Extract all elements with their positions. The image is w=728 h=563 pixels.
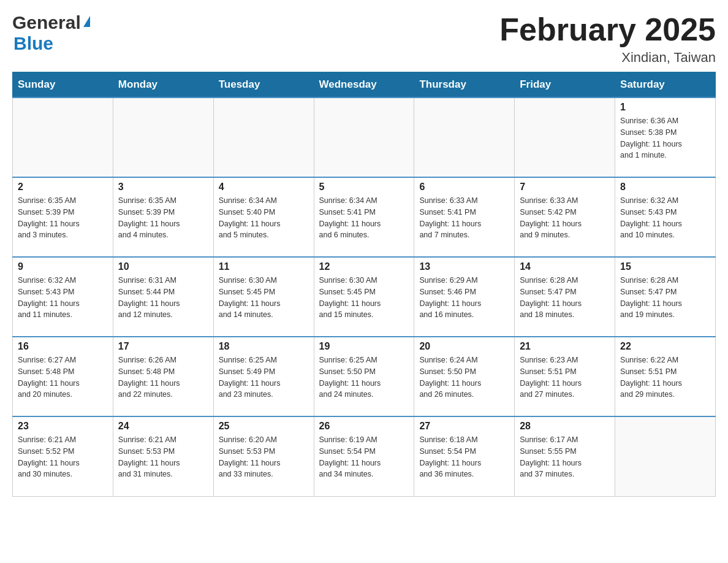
calendar-cell: 7Sunrise: 6:33 AM Sunset: 5:42 PM Daylig… [515,177,615,257]
calendar-cell: 20Sunrise: 6:24 AM Sunset: 5:50 PM Dayli… [414,337,515,416]
calendar-cell: 16Sunrise: 6:27 AM Sunset: 5:48 PM Dayli… [13,337,113,416]
calendar-cell: 24Sunrise: 6:21 AM Sunset: 5:53 PM Dayli… [113,416,213,496]
weekday-header-row: Sunday Monday Tuesday Wednesday Thursday… [13,72,716,98]
calendar-cell: 10Sunrise: 6:31 AM Sunset: 5:44 PM Dayli… [113,257,213,337]
week-row-3: 9Sunrise: 6:32 AM Sunset: 5:43 PM Daylig… [13,257,716,337]
logo-blue: Blue [13,33,53,53]
week-row-1: 1Sunrise: 6:36 AM Sunset: 5:38 PM Daylig… [13,98,716,177]
day-number: 24 [118,421,208,432]
calendar-cell: 9Sunrise: 6:32 AM Sunset: 5:43 PM Daylig… [13,257,113,337]
page-header: General Blue February 2025 Xindian, Taiw… [12,12,716,66]
day-info: Sunrise: 6:35 AM Sunset: 5:39 PM Dayligh… [118,195,208,241]
day-number: 20 [419,341,509,352]
calendar-cell: 23Sunrise: 6:21 AM Sunset: 5:52 PM Dayli… [13,416,113,496]
logo-general: General [12,12,81,33]
calendar-cell: 5Sunrise: 6:34 AM Sunset: 5:41 PM Daylig… [314,177,414,257]
calendar-cell [615,416,716,496]
calendar-cell: 8Sunrise: 6:32 AM Sunset: 5:43 PM Daylig… [615,177,716,257]
day-info: Sunrise: 6:20 AM Sunset: 5:53 PM Dayligh… [219,434,309,480]
day-number: 23 [18,421,108,432]
calendar-cell [113,98,213,177]
calendar-cell: 14Sunrise: 6:28 AM Sunset: 5:47 PM Dayli… [515,257,615,337]
day-number: 11 [219,261,309,272]
header-monday: Monday [113,72,213,98]
logo: General Blue [12,12,90,54]
calendar-cell [414,98,515,177]
day-number: 10 [118,261,208,272]
header-friday: Friday [515,72,615,98]
day-info: Sunrise: 6:27 AM Sunset: 5:48 PM Dayligh… [18,354,108,400]
day-number: 13 [419,261,509,272]
day-number: 3 [118,182,208,193]
header-tuesday: Tuesday [213,72,314,98]
day-info: Sunrise: 6:22 AM Sunset: 5:51 PM Dayligh… [620,354,710,400]
calendar-cell: 13Sunrise: 6:29 AM Sunset: 5:46 PM Dayli… [414,257,515,337]
day-info: Sunrise: 6:19 AM Sunset: 5:54 PM Dayligh… [319,434,409,480]
calendar-cell [515,98,615,177]
day-number: 1 [620,102,710,113]
month-title: February 2025 [499,12,716,47]
day-number: 5 [319,182,409,193]
day-info: Sunrise: 6:34 AM Sunset: 5:40 PM Dayligh… [219,195,309,241]
day-info: Sunrise: 6:26 AM Sunset: 5:48 PM Dayligh… [118,354,208,400]
day-info: Sunrise: 6:32 AM Sunset: 5:43 PM Dayligh… [18,275,108,321]
day-info: Sunrise: 6:30 AM Sunset: 5:45 PM Dayligh… [219,275,309,321]
calendar-cell: 25Sunrise: 6:20 AM Sunset: 5:53 PM Dayli… [213,416,314,496]
day-info: Sunrise: 6:17 AM Sunset: 5:55 PM Dayligh… [520,434,610,480]
day-number: 22 [620,341,710,352]
day-info: Sunrise: 6:21 AM Sunset: 5:53 PM Dayligh… [118,434,208,480]
header-saturday: Saturday [615,72,716,98]
calendar-cell [213,98,314,177]
week-row-4: 16Sunrise: 6:27 AM Sunset: 5:48 PM Dayli… [13,337,716,416]
calendar-cell [13,98,113,177]
calendar-cell: 3Sunrise: 6:35 AM Sunset: 5:39 PM Daylig… [113,177,213,257]
day-number: 6 [419,182,509,193]
calendar-cell: 6Sunrise: 6:33 AM Sunset: 5:41 PM Daylig… [414,177,515,257]
day-number: 17 [118,341,208,352]
day-info: Sunrise: 6:33 AM Sunset: 5:41 PM Dayligh… [419,195,509,241]
header-sunday: Sunday [13,72,113,98]
day-info: Sunrise: 6:28 AM Sunset: 5:47 PM Dayligh… [620,275,710,321]
day-number: 9 [18,261,108,272]
calendar-cell: 28Sunrise: 6:17 AM Sunset: 5:55 PM Dayli… [515,416,615,496]
calendar-cell: 27Sunrise: 6:18 AM Sunset: 5:54 PM Dayli… [414,416,515,496]
day-info: Sunrise: 6:32 AM Sunset: 5:43 PM Dayligh… [620,195,710,241]
calendar-table: Sunday Monday Tuesday Wednesday Thursday… [12,72,716,497]
calendar-cell: 4Sunrise: 6:34 AM Sunset: 5:40 PM Daylig… [213,177,314,257]
day-info: Sunrise: 6:18 AM Sunset: 5:54 PM Dayligh… [419,434,509,480]
day-info: Sunrise: 6:34 AM Sunset: 5:41 PM Dayligh… [319,195,409,241]
day-number: 4 [219,182,309,193]
day-number: 21 [520,341,610,352]
day-number: 8 [620,182,710,193]
title-block: February 2025 Xindian, Taiwan [499,12,716,66]
day-info: Sunrise: 6:35 AM Sunset: 5:39 PM Dayligh… [18,195,108,241]
logo-triangle-icon [83,16,90,27]
calendar-cell: 18Sunrise: 6:25 AM Sunset: 5:49 PM Dayli… [213,337,314,416]
calendar-cell: 17Sunrise: 6:26 AM Sunset: 5:48 PM Dayli… [113,337,213,416]
calendar-cell: 11Sunrise: 6:30 AM Sunset: 5:45 PM Dayli… [213,257,314,337]
location: Xindian, Taiwan [499,50,716,66]
calendar-cell [314,98,414,177]
day-number: 14 [520,261,610,272]
calendar-cell: 12Sunrise: 6:30 AM Sunset: 5:45 PM Dayli… [314,257,414,337]
calendar-cell: 21Sunrise: 6:23 AM Sunset: 5:51 PM Dayli… [515,337,615,416]
day-number: 19 [319,341,409,352]
day-number: 2 [18,182,108,193]
calendar-cell: 22Sunrise: 6:22 AM Sunset: 5:51 PM Dayli… [615,337,716,416]
day-info: Sunrise: 6:25 AM Sunset: 5:49 PM Dayligh… [219,354,309,400]
day-info: Sunrise: 6:31 AM Sunset: 5:44 PM Dayligh… [118,275,208,321]
week-row-5: 23Sunrise: 6:21 AM Sunset: 5:52 PM Dayli… [13,416,716,496]
day-number: 7 [520,182,610,193]
day-number: 28 [520,421,610,432]
calendar-cell: 15Sunrise: 6:28 AM Sunset: 5:47 PM Dayli… [615,257,716,337]
calendar-cell: 1Sunrise: 6:36 AM Sunset: 5:38 PM Daylig… [615,98,716,177]
day-number: 18 [219,341,309,352]
day-info: Sunrise: 6:29 AM Sunset: 5:46 PM Dayligh… [419,275,509,321]
day-info: Sunrise: 6:23 AM Sunset: 5:51 PM Dayligh… [520,354,610,400]
day-number: 25 [219,421,309,432]
day-number: 15 [620,261,710,272]
header-thursday: Thursday [414,72,515,98]
calendar-cell: 26Sunrise: 6:19 AM Sunset: 5:54 PM Dayli… [314,416,414,496]
day-info: Sunrise: 6:24 AM Sunset: 5:50 PM Dayligh… [419,354,509,400]
calendar-cell: 19Sunrise: 6:25 AM Sunset: 5:50 PM Dayli… [314,337,414,416]
